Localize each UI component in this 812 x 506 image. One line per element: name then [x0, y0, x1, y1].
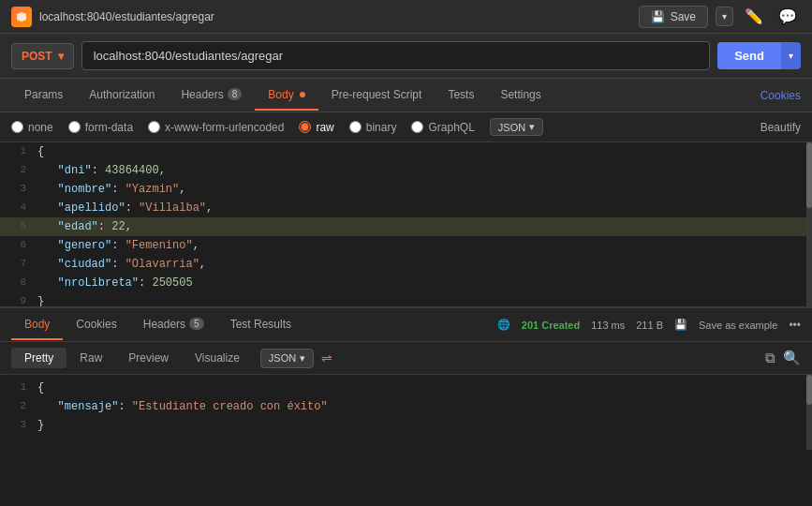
response-tab-headers[interactable]: Headers 5	[130, 310, 217, 340]
line-number-6: 6	[0, 236, 34, 255]
tabs-bar: Params Authorization Headers 8 Body Pre-…	[0, 79, 812, 112]
radio-binary[interactable]: binary	[349, 121, 397, 134]
code-line-4: 4 "apellido": "Villalba",	[0, 199, 812, 217]
code-line-6: 6 "genero": "Femenino",	[0, 236, 812, 255]
copy-response-button[interactable]: ⧉	[765, 350, 775, 366]
code-line-2: 2 "dni": 43864400,	[0, 161, 812, 180]
body-options-left: none form-data x-www-form-urlencoded raw…	[11, 118, 543, 136]
tabs-left: Params Authorization Headers 8 Body Pre-…	[11, 81, 554, 111]
response-scrollbar[interactable]	[806, 375, 812, 450]
code-line-5: 5 "edad": 22,	[0, 217, 812, 236]
tab-body[interactable]: Body	[255, 81, 317, 111]
format-tabs-left: Pretty Raw Preview Visualize JSON ▾ ⇌	[11, 348, 332, 368]
code-line-8: 8 "nroLibreta": 250505	[0, 274, 812, 292]
response-line-2: 2 "mensaje": "Estudiante creado con éxit…	[0, 397, 812, 416]
response-line-3: 3 }	[0, 416, 812, 435]
response-format-chevron-icon: ▾	[300, 352, 305, 365]
edit-icon-button[interactable]: ✏️	[741, 4, 767, 29]
response-tabs-bar: Body Cookies Headers 5 Test Results 🌐 20…	[0, 308, 812, 342]
tab-params[interactable]: Params	[11, 81, 76, 111]
response-size: 211 B	[636, 320, 663, 331]
save-icon: 💾	[651, 10, 665, 23]
radio-form-data[interactable]: form-data	[68, 121, 133, 134]
send-button[interactable]: Send	[717, 42, 781, 69]
editor-scrollbar-thumb[interactable]	[806, 142, 812, 208]
code-line-3: 3 "nombre": "Yazmin",	[0, 180, 812, 199]
format-chevron-icon: ▾	[529, 121, 535, 133]
tab-authorization[interactable]: Authorization	[76, 81, 168, 111]
title-url: localhost:8040/estudiantes/agregar	[39, 10, 214, 23]
radio-none[interactable]: none	[11, 121, 53, 134]
more-options-button[interactable]: •••	[789, 319, 801, 332]
code-line-7: 7 "ciudad": "Olavarria",	[0, 255, 812, 274]
line-number-9: 9	[0, 292, 34, 306]
postman-icon	[11, 7, 32, 27]
save-button[interactable]: 💾 Save	[639, 6, 708, 28]
title-bar: localhost:8040/estudiantes/agregar 💾 Sav…	[0, 0, 812, 34]
editor-scrollbar[interactable]	[806, 142, 812, 306]
beautify-button[interactable]: Beautify	[760, 121, 801, 134]
request-body-editor[interactable]: 1 { 2 "dni": 43864400, 3 "nombre": "Yazm…	[0, 142, 812, 306]
response-section: Body Cookies Headers 5 Test Results 🌐 20…	[0, 306, 812, 450]
response-body-editor: 1 { 2 "mensaje": "Estudiante creado con …	[0, 375, 812, 450]
tab-pre-request[interactable]: Pre-request Script	[318, 81, 436, 111]
code-line-9: 9 }	[0, 292, 812, 306]
line-number-5: 5	[0, 217, 34, 236]
body-options: none form-data x-www-form-urlencoded raw…	[0, 112, 812, 142]
search-response-button[interactable]: 🔍	[783, 350, 801, 366]
save-example-icon: 💾	[674, 319, 687, 331]
body-dot-indicator	[300, 92, 305, 97]
tab-settings[interactable]: Settings	[487, 81, 554, 111]
line-number-3: 3	[0, 180, 34, 199]
line-number-2: 2	[0, 161, 34, 180]
response-tab-cookies[interactable]: Cookies	[63, 310, 129, 340]
format-tab-pretty[interactable]: Pretty	[11, 348, 66, 368]
response-line-1: 1 {	[0, 379, 812, 397]
line-number-1: 1	[0, 142, 34, 161]
line-number-7: 7	[0, 255, 34, 274]
save-example-button[interactable]: Save as example	[699, 320, 777, 331]
url-bar: POST ▾ Send ▾	[0, 34, 812, 79]
code-line-1: 1 {	[0, 142, 812, 161]
tab-tests[interactable]: Tests	[435, 81, 487, 111]
tab-headers[interactable]: Headers 8	[168, 81, 255, 111]
status-badge: 201 Created	[522, 320, 580, 331]
cookies-link[interactable]: Cookies	[760, 89, 801, 102]
response-tabs-left: Body Cookies Headers 5 Test Results	[11, 310, 304, 340]
format-tab-preview[interactable]: Preview	[115, 348, 182, 368]
chat-icon-button[interactable]: 💬	[775, 4, 801, 29]
response-line-number-2: 2	[0, 397, 34, 416]
radio-urlencoded[interactable]: x-www-form-urlencoded	[148, 121, 284, 134]
globe-icon: 🌐	[497, 319, 510, 331]
response-status-area: 🌐 201 Created 113 ms 211 B 💾 Save as exa…	[497, 319, 801, 332]
response-tab-body[interactable]: Body	[11, 310, 63, 340]
response-tab-test-results[interactable]: Test Results	[217, 310, 304, 340]
method-chevron-icon: ▾	[58, 50, 64, 63]
response-time: 113 ms	[591, 320, 625, 331]
response-format-tabs: Pretty Raw Preview Visualize JSON ▾ ⇌ ⧉ …	[0, 342, 812, 375]
send-group: Send ▾	[717, 42, 801, 69]
line-number-8: 8	[0, 274, 34, 292]
send-dropdown-button[interactable]: ▾	[781, 42, 801, 69]
filter-icon[interactable]: ⇌	[321, 350, 332, 365]
method-label: POST	[22, 50, 52, 63]
response-line-number-3: 3	[0, 416, 34, 435]
radio-raw[interactable]: raw	[299, 121, 333, 134]
title-bar-right: 💾 Save ▾ ✏️ 💬	[639, 4, 801, 29]
response-line-number-1: 1	[0, 379, 34, 397]
headers-badge: 8	[228, 88, 243, 100]
method-select[interactable]: POST ▾	[11, 43, 74, 69]
format-select[interactable]: JSON ▾	[490, 118, 543, 136]
url-input[interactable]	[81, 41, 711, 70]
response-scrollbar-thumb[interactable]	[806, 375, 812, 405]
response-headers-badge: 5	[189, 318, 204, 330]
format-actions: ⧉ 🔍	[765, 350, 801, 366]
title-bar-left: localhost:8040/estudiantes/agregar	[11, 7, 214, 27]
radio-graphql[interactable]: GraphQL	[411, 121, 474, 134]
format-tab-visualize[interactable]: Visualize	[182, 348, 253, 368]
line-number-4: 4	[0, 199, 34, 217]
save-dropdown-button[interactable]: ▾	[716, 7, 733, 26]
response-format-select[interactable]: JSON ▾	[260, 349, 314, 368]
format-tab-raw[interactable]: Raw	[66, 348, 115, 368]
